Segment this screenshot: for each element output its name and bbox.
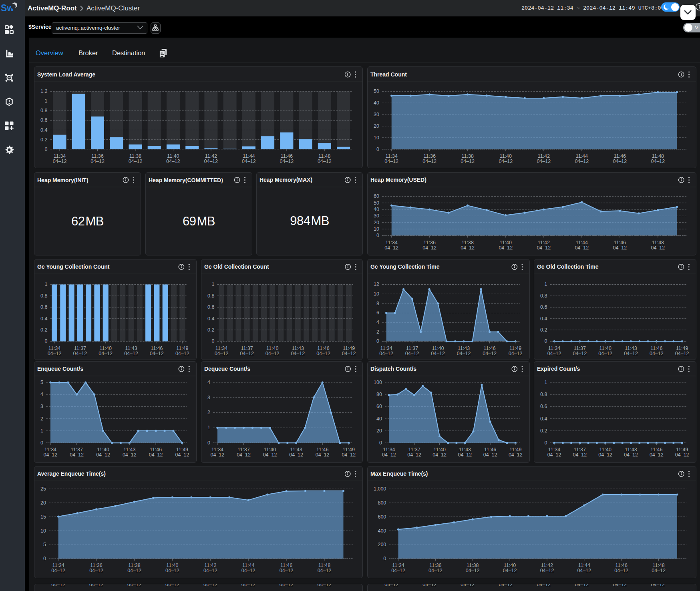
svg-text:04–12: 04–12 bbox=[241, 568, 255, 573]
svg-text:11:49: 11:49 bbox=[176, 346, 188, 351]
svg-text:1: 1 bbox=[545, 282, 547, 287]
svg-text:04–12: 04–12 bbox=[651, 159, 665, 164]
svg-text:0: 0 bbox=[207, 440, 210, 446]
svg-text:04–12: 04–12 bbox=[483, 452, 497, 458]
svg-text:04–12: 04–12 bbox=[461, 159, 475, 164]
svg-text:0: 0 bbox=[376, 233, 379, 238]
svg-text:11:44: 11:44 bbox=[578, 563, 590, 568]
svg-text:11:46: 11:46 bbox=[614, 153, 626, 159]
svg-text:04–12: 04–12 bbox=[73, 351, 87, 356]
svg-text:11:48: 11:48 bbox=[318, 153, 330, 159]
svg-text:04–12: 04–12 bbox=[575, 159, 589, 164]
svg-text:04–12: 04–12 bbox=[422, 584, 436, 587]
svg-text:Max Enqueue Time(s): Max Enqueue Time(s) bbox=[370, 470, 428, 477]
svg-text:40: 40 bbox=[374, 207, 379, 212]
svg-text:04–12: 04–12 bbox=[89, 584, 103, 587]
svg-text:11:36: 11:36 bbox=[91, 153, 103, 159]
svg-text:15: 15 bbox=[40, 514, 46, 519]
svg-text:Gc Young Collection Count: Gc Young Collection Count bbox=[37, 264, 110, 270]
svg-text:04–12: 04–12 bbox=[624, 351, 638, 356]
svg-text:11:46: 11:46 bbox=[317, 346, 329, 351]
svg-text:04–12: 04–12 bbox=[150, 351, 164, 356]
svg-text:0: 0 bbox=[376, 338, 379, 344]
svg-text:04–12: 04–12 bbox=[428, 568, 443, 573]
svg-text:Gc Young Collection Time: Gc Young Collection Time bbox=[370, 264, 440, 270]
svg-text:20: 20 bbox=[376, 428, 382, 434]
svg-text:04–12: 04–12 bbox=[509, 351, 523, 356]
svg-text:Enqueue Count/s: Enqueue Count/s bbox=[37, 366, 83, 372]
svg-text:0: 0 bbox=[376, 147, 379, 152]
svg-text:2: 2 bbox=[207, 410, 210, 415]
svg-text:11:42: 11:42 bbox=[537, 153, 549, 159]
svg-text:11:34: 11:34 bbox=[383, 447, 395, 452]
svg-text:11:40: 11:40 bbox=[599, 447, 611, 452]
svg-text:0.6: 0.6 bbox=[40, 304, 47, 310]
svg-text:11:37: 11:37 bbox=[241, 346, 253, 351]
svg-text:0: 0 bbox=[44, 338, 47, 344]
svg-text:04–12: 04–12 bbox=[242, 159, 256, 164]
svg-text:1: 1 bbox=[44, 282, 47, 287]
svg-text:1: 1 bbox=[44, 98, 47, 104]
svg-text:11:36: 11:36 bbox=[429, 563, 441, 568]
svg-text:11:46: 11:46 bbox=[281, 153, 293, 159]
svg-text:2: 2 bbox=[376, 329, 379, 335]
svg-text:3: 3 bbox=[40, 404, 43, 409]
svg-text:04–12: 04–12 bbox=[613, 159, 627, 164]
svg-text:04–12: 04–12 bbox=[577, 568, 591, 573]
svg-text:50: 50 bbox=[374, 200, 379, 206]
svg-text:04–12: 04–12 bbox=[280, 584, 294, 587]
svg-text:04–12: 04–12 bbox=[70, 452, 84, 458]
svg-text:04–12: 04–12 bbox=[175, 351, 189, 356]
svg-text:04–12: 04–12 bbox=[129, 159, 143, 164]
svg-text:11:34: 11:34 bbox=[52, 563, 64, 568]
svg-text:11:37: 11:37 bbox=[574, 346, 586, 351]
svg-text:11:44: 11:44 bbox=[242, 563, 254, 568]
svg-text:04–12: 04–12 bbox=[210, 452, 224, 458]
svg-text:04–12: 04–12 bbox=[342, 351, 356, 356]
svg-text:04–12: 04–12 bbox=[203, 584, 217, 587]
svg-text:04–12: 04–12 bbox=[540, 568, 554, 573]
svg-text:11:46: 11:46 bbox=[614, 240, 626, 245]
svg-text:1: 1 bbox=[40, 428, 43, 434]
svg-text:04–12: 04–12 bbox=[509, 452, 523, 458]
svg-text:11:40: 11:40 bbox=[599, 346, 611, 351]
svg-text:1: 1 bbox=[545, 380, 547, 385]
svg-text:0.4: 0.4 bbox=[207, 316, 214, 322]
svg-text:04–12: 04–12 bbox=[51, 568, 65, 573]
svg-text:04–12: 04–12 bbox=[214, 351, 228, 356]
svg-text:20: 20 bbox=[40, 500, 46, 505]
svg-text:04–12: 04–12 bbox=[675, 351, 689, 356]
svg-text:11:43: 11:43 bbox=[292, 346, 304, 351]
svg-text:11:46: 11:46 bbox=[483, 346, 495, 351]
svg-text:11:38: 11:38 bbox=[128, 563, 140, 568]
svg-text:04–12: 04–12 bbox=[599, 452, 613, 458]
svg-text:11:43: 11:43 bbox=[625, 346, 637, 351]
svg-text:11:34: 11:34 bbox=[211, 447, 223, 452]
svg-text:Gc Old Collection Time: Gc Old Collection Time bbox=[537, 264, 599, 270]
svg-text:11:44: 11:44 bbox=[575, 240, 587, 245]
svg-text:30: 30 bbox=[374, 213, 379, 219]
svg-text:04–12: 04–12 bbox=[537, 584, 551, 587]
svg-text:12: 12 bbox=[374, 282, 379, 287]
svg-text:11:34: 11:34 bbox=[215, 346, 227, 351]
svg-text:0: 0 bbox=[383, 556, 386, 561]
svg-text:800: 800 bbox=[378, 500, 386, 505]
svg-text:04–12: 04–12 bbox=[483, 351, 497, 356]
svg-text:04–12: 04–12 bbox=[44, 452, 58, 458]
svg-text:04–12: 04–12 bbox=[289, 452, 303, 458]
svg-text:11:48: 11:48 bbox=[652, 563, 664, 568]
svg-text:Dispatch Count/s: Dispatch Count/s bbox=[370, 366, 416, 372]
svg-text:0.8: 0.8 bbox=[540, 293, 547, 299]
svg-text:11:42: 11:42 bbox=[541, 563, 553, 568]
svg-text:6: 6 bbox=[376, 310, 379, 316]
svg-text:11:48: 11:48 bbox=[652, 153, 664, 159]
svg-text:11:40: 11:40 bbox=[264, 447, 276, 452]
svg-text:11:49: 11:49 bbox=[676, 346, 688, 351]
svg-text:04–12: 04–12 bbox=[291, 351, 305, 356]
svg-text:04–12: 04–12 bbox=[457, 351, 471, 356]
svg-text:0.6: 0.6 bbox=[540, 404, 547, 409]
svg-text:11:48: 11:48 bbox=[652, 240, 664, 245]
svg-text:04–12: 04–12 bbox=[379, 351, 393, 356]
svg-text:04–12: 04–12 bbox=[165, 568, 179, 573]
svg-text:04–12: 04–12 bbox=[573, 452, 587, 458]
